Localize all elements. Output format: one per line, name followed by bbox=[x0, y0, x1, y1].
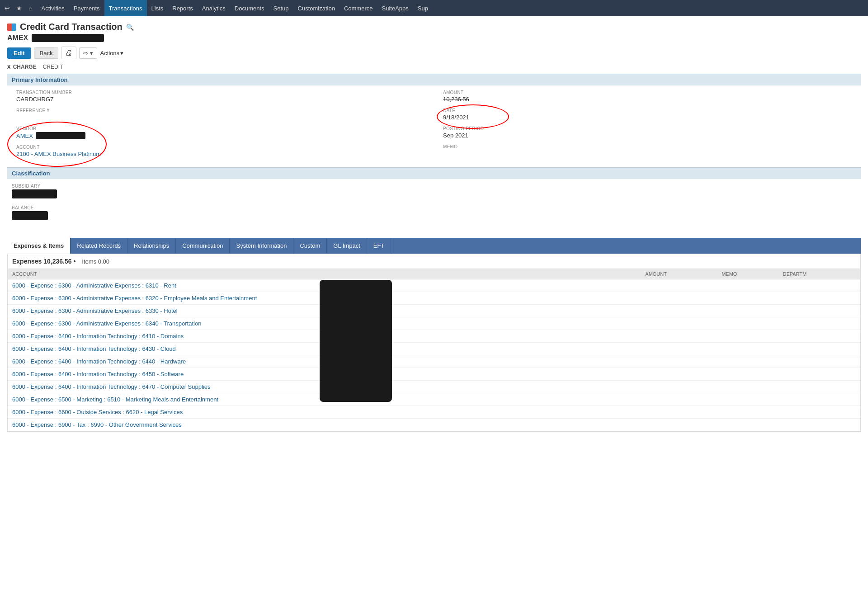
expense-memo-2 bbox=[717, 305, 778, 317]
expense-amount-7 bbox=[641, 368, 717, 381]
primary-info-header: Primary Information bbox=[7, 74, 861, 85]
nav-customization[interactable]: Customization bbox=[293, 0, 340, 16]
expense-amount-10 bbox=[641, 406, 717, 419]
favorites-icon[interactable]: ★ bbox=[14, 3, 25, 14]
posting-period-value: Sep 2021 bbox=[443, 132, 852, 139]
expense-amount-5 bbox=[641, 343, 717, 355]
tab-eft[interactable]: EFT bbox=[367, 238, 392, 254]
vendor-value: AMEX bbox=[16, 132, 101, 139]
posting-period-label: POSTING PERIOD bbox=[443, 126, 852, 131]
expense-account-10[interactable]: 6000 - Expense : 6600 - Outside Services… bbox=[8, 406, 641, 419]
expense-dept-3 bbox=[778, 317, 860, 330]
tab-expenses-items[interactable]: Expenses & Items bbox=[7, 238, 71, 254]
balance-field: BALANCE bbox=[12, 205, 856, 222]
expense-row-5: 6000 - Expense : 6400 - Information Tech… bbox=[8, 343, 860, 355]
amount-value: 10,236.56 bbox=[443, 96, 852, 103]
expense-dept-4 bbox=[778, 330, 860, 343]
credit-card-icon bbox=[7, 24, 16, 31]
page-content: Credit Card Transaction 🔍 AMEX Edit Back… bbox=[0, 16, 868, 604]
tab-system-information[interactable]: System Information bbox=[230, 238, 293, 254]
expense-amount-3 bbox=[641, 317, 717, 330]
subsidiary-label: SUBSIDIARY bbox=[12, 184, 856, 189]
charge-label: CHARGE bbox=[13, 64, 37, 70]
expense-amount-8 bbox=[641, 381, 717, 393]
expense-memo-3 bbox=[717, 317, 778, 330]
nav-lists[interactable]: Lists bbox=[147, 0, 168, 16]
tab-relationships[interactable]: Relationships bbox=[127, 238, 176, 254]
actions-button[interactable]: Actions ▾ bbox=[100, 50, 123, 57]
subsidiary-redacted bbox=[12, 189, 57, 198]
expense-account-11[interactable]: 6000 - Expense : 6900 - Tax : 6990 - Oth… bbox=[8, 419, 641, 431]
tab-communication[interactable]: Communication bbox=[176, 238, 230, 254]
charge-tab[interactable]: X CHARGE bbox=[7, 64, 37, 70]
action-bar: Edit Back 🖨 ⇨ ▾ Actions ▾ bbox=[7, 47, 861, 59]
expense-dept-1 bbox=[778, 292, 860, 305]
record-subtitle: AMEX bbox=[7, 34, 861, 42]
nav-reports[interactable]: Reports bbox=[168, 0, 198, 16]
credit-tab[interactable]: CREDIT bbox=[43, 64, 63, 70]
tab-gl-impact[interactable]: GL Impact bbox=[327, 238, 367, 254]
charge-credit-tabs: X CHARGE CREDIT bbox=[7, 64, 861, 70]
nav-commerce[interactable]: Commerce bbox=[340, 0, 377, 16]
expense-row-9: 6000 - Expense : 6500 - Marketing : 6510… bbox=[8, 393, 860, 406]
nav-activities[interactable]: Activities bbox=[37, 0, 69, 16]
expense-row-4: 6000 - Expense : 6400 - Information Tech… bbox=[8, 330, 860, 343]
expense-dept-7 bbox=[778, 368, 860, 381]
expenses-amount: Expenses 10,236.56 • bbox=[12, 258, 75, 265]
date-field: DATE 9/18/2021 bbox=[443, 108, 469, 121]
account-value[interactable]: 2100 - AMEX Business Platinum bbox=[16, 151, 101, 157]
amount-redacted-block bbox=[320, 280, 392, 402]
subtitle-prefix: AMEX bbox=[7, 34, 28, 42]
expenses-header: Expenses 10,236.56 • Items 0.00 bbox=[8, 254, 860, 269]
transaction-number-value: CARDCHRG7 bbox=[16, 96, 425, 103]
history-icon[interactable]: ↩ bbox=[2, 3, 13, 14]
subsidiary-field: SUBSIDIARY bbox=[12, 184, 856, 200]
expense-dept-0 bbox=[778, 279, 860, 292]
form-right: AMOUNT 10,236.56 DATE 9/18/2021 POSTING … bbox=[434, 90, 852, 163]
save-arrow-icon: ⇨ bbox=[83, 50, 88, 57]
expense-memo-5 bbox=[717, 343, 778, 355]
vendor-name-redacted-2 bbox=[36, 132, 85, 139]
expense-amount-6 bbox=[641, 355, 717, 368]
expense-table-header: ACCOUNT AMOUNT MEMO DEPARTM bbox=[8, 269, 860, 279]
print-button[interactable]: 🖨 bbox=[61, 47, 76, 59]
edit-button[interactable]: Edit bbox=[7, 47, 31, 59]
nav-analytics[interactable]: Analytics bbox=[198, 0, 230, 16]
search-icon[interactable]: 🔍 bbox=[126, 24, 134, 31]
tab-custom[interactable]: Custom bbox=[293, 238, 327, 254]
expenses-items: Items 0.00 bbox=[82, 258, 109, 265]
nav-payments[interactable]: Payments bbox=[69, 0, 104, 16]
primary-info-grid: TRANSACTION NUMBER CARDCHRG7 REFERENCE #… bbox=[12, 90, 856, 163]
memo-value bbox=[443, 150, 852, 157]
posting-period-field: POSTING PERIOD Sep 2021 bbox=[443, 126, 852, 139]
expense-amount-2 bbox=[641, 305, 717, 317]
expense-row-3: 6000 - Expense : 6300 - Administrative E… bbox=[8, 317, 860, 330]
nav-suiteapps[interactable]: SuiteApps bbox=[377, 0, 413, 16]
tab-related-records[interactable]: Related Records bbox=[71, 238, 127, 254]
expense-row-2: 6000 - Expense : 6300 - Administrative E… bbox=[8, 305, 860, 317]
expense-row-1: 6000 - Expense : 6300 - Administrative E… bbox=[8, 292, 860, 305]
expense-amount-9 bbox=[641, 393, 717, 406]
balance-label: BALANCE bbox=[12, 205, 856, 210]
home-icon[interactable]: ⌂ bbox=[26, 3, 35, 14]
nav-documents[interactable]: Documents bbox=[230, 0, 269, 16]
account-label: ACCOUNT bbox=[16, 145, 101, 150]
save-icon-button[interactable]: ⇨ ▾ bbox=[79, 47, 97, 59]
transaction-number-label: TRANSACTION NUMBER bbox=[16, 90, 425, 95]
subsidiary-value-redacted bbox=[12, 189, 856, 200]
classification-section: SUBSIDIARY BALANCE bbox=[7, 184, 861, 231]
back-button[interactable]: Back bbox=[34, 47, 59, 59]
vendor-prefix: AMEX bbox=[16, 132, 33, 139]
date-value: 9/18/2021 bbox=[443, 114, 469, 121]
expense-memo-9 bbox=[717, 393, 778, 406]
nav-setup[interactable]: Setup bbox=[269, 0, 293, 16]
nav-transactions[interactable]: Transactions bbox=[104, 0, 147, 16]
expense-amount-4 bbox=[641, 330, 717, 343]
expense-memo-10 bbox=[717, 406, 778, 419]
expense-memo-7 bbox=[717, 368, 778, 381]
expense-amount-11 bbox=[641, 419, 717, 431]
top-nav: ↩ ★ ⌂ Activities Payments Transactions L… bbox=[0, 0, 868, 16]
nav-sup[interactable]: Sup bbox=[413, 0, 433, 16]
expenses-bullet: • bbox=[73, 258, 75, 265]
balance-redacted bbox=[12, 211, 48, 220]
